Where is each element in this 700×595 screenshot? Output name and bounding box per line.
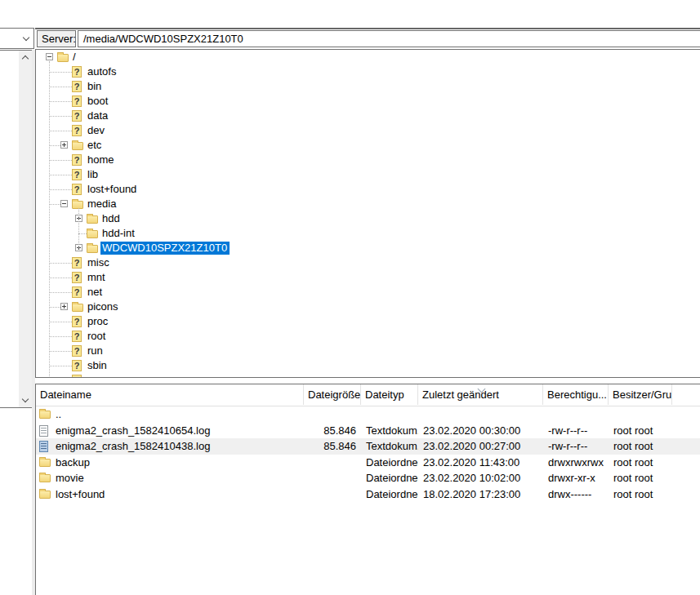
tree-item-boot[interactable]: boot: [36, 94, 700, 109]
tree-item-label[interactable]: etc: [87, 139, 101, 151]
tree-item-sbin[interactable]: sbin: [36, 358, 700, 373]
expand-plus-icon[interactable]: [60, 303, 68, 310]
text-document-icon: [39, 425, 48, 437]
tree-connector-line: [49, 72, 72, 73]
folder-question-icon: [72, 375, 82, 378]
cell-name: backup: [36, 455, 304, 471]
cell-perms: drwxr-xr-x: [543, 470, 609, 486]
column-header-label: Dateityp: [365, 389, 404, 401]
tree-item-media[interactable]: media: [36, 197, 700, 211]
tree-item-run[interactable]: run: [36, 344, 700, 358]
tree-connector-line: [49, 160, 72, 161]
scroll-down-button[interactable]: [19, 393, 33, 407]
cell-size: 85.846: [304, 438, 361, 455]
tree-item-label[interactable]: proc: [87, 315, 108, 327]
tree-item-label[interactable]: misc: [87, 256, 109, 269]
cell-perms: [543, 406, 609, 423]
tree-item-net[interactable]: net: [36, 285, 700, 300]
cell-size: 85.846: [304, 423, 361, 439]
tree-item-label[interactable]: sbin: [87, 359, 107, 371]
expand-plus-icon[interactable]: [60, 141, 68, 149]
tree-item-partial[interactable]: [36, 373, 700, 378]
tree-item-root[interactable]: root: [36, 329, 700, 344]
column-header-perms[interactable]: Berechtigu...: [543, 384, 609, 405]
column-header-type[interactable]: Dateityp: [361, 384, 418, 405]
file-row-enigma2_crash_1582410654.log[interactable]: enigma2_crash_1582410654.log85.846Textdo…: [36, 423, 700, 439]
folder-icon: [72, 142, 83, 150]
cell-modified: 23.02.2020 10:02:00: [418, 470, 543, 486]
vertical-scrollbar[interactable]: [19, 51, 33, 407]
tree-item-bin[interactable]: bin: [36, 79, 700, 94]
column-header-modified[interactable]: Zuletzt geändert: [418, 384, 543, 405]
tree-item-label[interactable]: media: [87, 198, 116, 210]
cell-owner: root root: [609, 423, 672, 439]
tree-item-hdd[interactable]: hdd: [36, 211, 700, 226]
file-name-label: enigma2_crash_1582410438.log: [56, 440, 210, 452]
file-name-label: enigma2_crash_1582410654.log: [56, 424, 210, 437]
file-row-enigma2_crash_1582410438.log[interactable]: enigma2_crash_1582410438.log85.846Textdo…: [36, 438, 700, 455]
folder-icon: [87, 245, 98, 253]
column-header-size[interactable]: Dateigröße: [304, 384, 361, 405]
tree-connector-line: [49, 366, 72, 366]
tree-connector-line: [78, 233, 87, 234]
tree-item-label[interactable]: WDCWD10SPZX21Z10T0: [100, 242, 230, 255]
tree-item-home[interactable]: home: [36, 153, 700, 167]
tree-item-label[interactable]: net: [87, 286, 102, 298]
remote-path-field[interactable]: /media/WDCWD10SPZX21Z10T0: [78, 30, 700, 47]
tree-item-label[interactable]: bin: [87, 80, 101, 92]
file-list-rows: ..enigma2_crash_1582410654.log85.846Text…: [36, 406, 700, 502]
toolbar-top-divider: [35, 28, 700, 29]
column-header-label: Dateiname: [40, 389, 91, 401]
tree-item-label[interactable]: lost+found: [87, 183, 136, 195]
tree-item-label[interactable]: hdd: [102, 212, 120, 224]
tree-item-dev[interactable]: dev: [36, 123, 700, 138]
tree-item-label[interactable]: picons: [87, 300, 118, 313]
tree-item-label[interactable]: root: [87, 330, 105, 342]
folder-question-icon: [72, 154, 82, 166]
tree-item-lost+found[interactable]: lost+found: [36, 182, 700, 197]
folder-question-icon: [72, 360, 82, 371]
file-row-movie[interactable]: movieDateiordner23.02.2020 10:02:00drwxr…: [36, 470, 700, 486]
tree-item-mnt[interactable]: mnt: [36, 270, 700, 285]
cell-perms: drwxrwxrwx: [543, 455, 609, 471]
tree-item-label[interactable]: run: [87, 344, 103, 357]
column-header-owner[interactable]: Besitzer/Gru...: [609, 384, 672, 405]
tree-item-autofs[interactable]: autofs: [36, 64, 700, 79]
folder-icon: [87, 230, 98, 238]
tree-item-lib[interactable]: lib: [36, 167, 700, 182]
folder-icon: [39, 411, 51, 419]
tree-item-label[interactable]: hdd-int: [102, 227, 135, 239]
cell-name: enigma2_crash_1582410438.log: [36, 438, 304, 455]
tree-connector-line: [49, 307, 60, 308]
tree-item-label[interactable]: autofs: [87, 65, 116, 78]
file-row-lost+found[interactable]: lost+foundDateiordner18.02.2020 17:23:00…: [36, 486, 700, 503]
cell-owner: root root: [609, 470, 672, 486]
tree-item-label[interactable]: dev: [87, 124, 105, 136]
tree-item-proc[interactable]: proc: [36, 314, 700, 329]
tree-item-etc[interactable]: etc: [36, 138, 700, 153]
collapse-minus-icon[interactable]: [60, 200, 68, 207]
local-path-combobox[interactable]: [0, 28, 34, 49]
tree-item-label[interactable]: boot: [87, 95, 108, 107]
file-row-backup[interactable]: backupDateiordner23.02.2020 11:43:00drwx…: [36, 455, 700, 471]
tree-item-misc[interactable]: misc: [36, 255, 700, 270]
tree-item-label[interactable]: mnt: [87, 271, 105, 283]
tree-item-hdd-int[interactable]: hdd-int: [36, 226, 700, 241]
tree-item-WDCWD10SPZX21Z10T0[interactable]: WDCWD10SPZX21Z10T0: [36, 241, 700, 255]
tree-item-/[interactable]: /: [36, 50, 700, 64]
cell-perms: -rw-r--r--: [543, 423, 609, 439]
tree-item-label[interactable]: lib: [87, 168, 98, 180]
scroll-up-button[interactable]: [19, 51, 33, 64]
column-header-name[interactable]: Dateiname: [36, 384, 304, 405]
tree-item-label[interactable]: data: [87, 109, 108, 122]
tree-item-picons[interactable]: picons: [36, 300, 700, 314]
folder-icon: [72, 304, 83, 312]
tree-item-label[interactable]: /: [73, 51, 76, 63]
tree-connector-line: [49, 145, 60, 146]
collapse-minus-icon[interactable]: [46, 53, 53, 60]
tree-item-label[interactable]: home: [87, 153, 114, 166]
cell-owner: root root: [609, 486, 672, 503]
file-row-parent[interactable]: ..: [36, 406, 700, 423]
tree-item-data[interactable]: data: [36, 109, 700, 123]
cell-modified: 23.02.2020 00:30:00: [418, 423, 543, 439]
